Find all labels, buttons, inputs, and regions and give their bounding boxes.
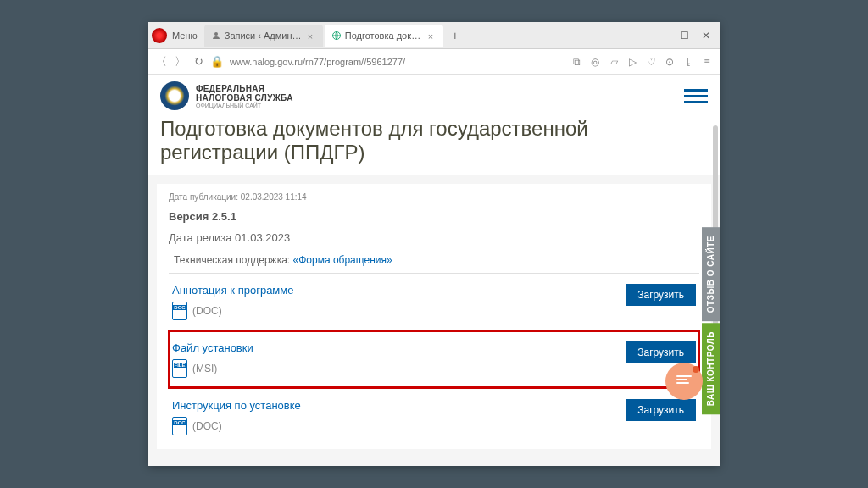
tab-active[interactable]: Подготовка документов д… × — [325, 25, 443, 47]
chat-button[interactable] — [665, 363, 703, 400]
site-name: ФЕДЕРАЛЬНАЯ НАЛОГОВАЯ СЛУЖБА ОФИЦИАЛЬНЫЙ… — [196, 84, 293, 108]
download-row-annotation: Аннотация к программе DOC (DOC) Загрузит… — [169, 273, 699, 330]
feedback-tab[interactable]: ОТЗЫВ О САЙТЕ — [702, 227, 720, 321]
close-button[interactable]: ✕ — [696, 25, 716, 47]
download-title[interactable]: Файл установки — [172, 341, 626, 354]
lock-icon: 🔒 — [211, 56, 223, 68]
camera-icon[interactable]: ◎ — [589, 56, 601, 68]
tab-title: Подготовка документов д… — [345, 30, 425, 41]
reload-icon[interactable]: ↻ — [192, 56, 204, 68]
download-ext: (DOC) — [192, 420, 222, 432]
browser-window: Меню Записи ‹ Админкин — W… × Подготовка… — [148, 22, 720, 466]
menu-button[interactable] — [684, 86, 708, 106]
publication-date: Дата публикации: 02.03.2023 11:14 — [169, 192, 699, 202]
content-box: Дата публикации: 02.03.2023 11:14 Версия… — [157, 184, 711, 449]
version-label: Версия 2.5.1 — [169, 210, 699, 223]
globe-icon — [331, 30, 342, 41]
url-field[interactable]: www.nalog.gov.ru/rn77/program//5961277/ — [230, 57, 564, 67]
site-header: ФЕДЕРАЛЬНАЯ НАЛОГОВАЯ СЛУЖБА ОФИЦИАЛЬНЫЙ… — [148, 75, 720, 117]
side-tabs: ОТЗЫВ О САЙТЕ ВАШ КОНТРОЛЬ — [702, 227, 720, 414]
screenshot-icon[interactable]: ⧉ — [570, 56, 582, 68]
site-name-line1: ФЕДЕРАЛЬНАЯ — [196, 84, 293, 93]
doc-file-icon: DOC — [172, 302, 187, 320]
chat-icon — [676, 375, 692, 387]
download-button[interactable]: Загрузить — [626, 284, 696, 306]
tab-bar: Меню Записи ‹ Админкин — W… × Подготовка… — [148, 22, 720, 49]
site-name-line3: ОФИЦИАЛЬНЫЙ САЙТ — [196, 103, 293, 108]
download-title[interactable]: Инструкция по установке — [172, 399, 626, 412]
close-icon[interactable]: × — [308, 31, 316, 40]
profile-icon[interactable]: ⊙ — [664, 56, 676, 68]
fns-logo-icon[interactable] — [160, 81, 189, 110]
play-icon[interactable]: ▷ — [626, 56, 638, 68]
heart-icon[interactable]: ♡ — [645, 56, 657, 68]
tab-inactive[interactable]: Записи ‹ Админкин — W… × — [204, 25, 323, 47]
new-tab-button[interactable]: + — [445, 29, 465, 42]
download-ext: (MSI) — [192, 363, 217, 374]
download-title[interactable]: Аннотация к программе — [172, 284, 626, 297]
download-button[interactable]: Загрузить — [626, 341, 696, 363]
maximize-button[interactable]: ☐ — [674, 25, 694, 47]
page-title: Подготовка документов для государственно… — [160, 117, 708, 164]
back-icon[interactable]: 〈 — [155, 56, 167, 68]
wallet-icon[interactable]: ▱ — [608, 56, 620, 68]
page-title-block: Подготовка документов для государственно… — [148, 117, 720, 175]
support-link[interactable]: «Форма обращения» — [292, 254, 392, 266]
svg-point-0 — [214, 32, 218, 36]
release-date: Дата релиза 01.03.2023 — [169, 231, 699, 244]
window-controls: — ☐ ✕ — [652, 25, 716, 47]
control-tab[interactable]: ВАШ КОНТРОЛЬ — [702, 323, 720, 414]
support-line: Техническая поддержка: «Форма обращения» — [169, 254, 699, 266]
close-icon[interactable]: × — [428, 31, 437, 40]
download-button[interactable]: Загрузить — [626, 399, 696, 421]
download-row-manual: Инструкция по установке DOC (DOC) Загруз… — [169, 388, 699, 446]
person-icon — [211, 30, 221, 41]
site-name-line2: НАЛОГОВАЯ СЛУЖБА — [196, 93, 293, 103]
download-ext: (DOC) — [192, 305, 222, 317]
forward-icon[interactable]: 〉 — [174, 56, 186, 68]
more-icon[interactable]: ≡ — [701, 56, 713, 68]
download-icon[interactable]: ⭳ — [682, 56, 694, 68]
opera-menu-icon[interactable] — [152, 28, 167, 43]
minimize-button[interactable]: — — [652, 25, 672, 47]
support-label: Техническая поддержка: — [174, 254, 292, 266]
msi-file-icon: FILE — [172, 359, 187, 378]
download-row-installer: Файл установки FILE (MSI) Загрузить — [169, 330, 699, 388]
page-content: ФЕДЕРАЛЬНАЯ НАЛОГОВАЯ СЛУЖБА ОФИЦИАЛЬНЫЙ… — [148, 75, 720, 466]
tab-title: Записи ‹ Админкин — W… — [225, 30, 304, 41]
menu-label[interactable]: Меню — [172, 30, 198, 41]
address-bar-icons: ⧉ ◎ ▱ ▷ ♡ ⊙ ⭳ ≡ — [570, 56, 713, 68]
address-bar: 〈 〉 ↻ 🔒 www.nalog.gov.ru/rn77/program//5… — [148, 49, 720, 75]
doc-file-icon: DOC — [172, 417, 187, 435]
